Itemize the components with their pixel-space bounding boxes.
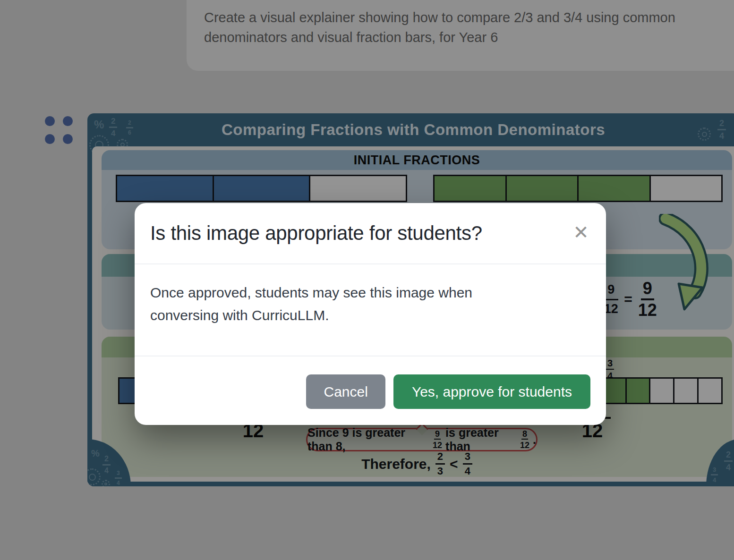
dialog-header: Is this image appropriate for students? … <box>135 203 606 245</box>
close-icon[interactable]: ✕ <box>571 222 591 243</box>
approve-button[interactable]: Yes, approve for students <box>393 374 590 409</box>
approval-dialog: Is this image appropriate for students? … <box>135 203 606 425</box>
dialog-footer: Cancel Yes, approve for students <box>306 374 590 409</box>
dialog-title: Is this image appropriate for students? <box>150 222 563 245</box>
divider <box>135 356 606 356</box>
divider <box>135 263 606 264</box>
dialog-body-text: Once approved, students may see this ima… <box>150 281 528 327</box>
cancel-button[interactable]: Cancel <box>306 374 385 409</box>
